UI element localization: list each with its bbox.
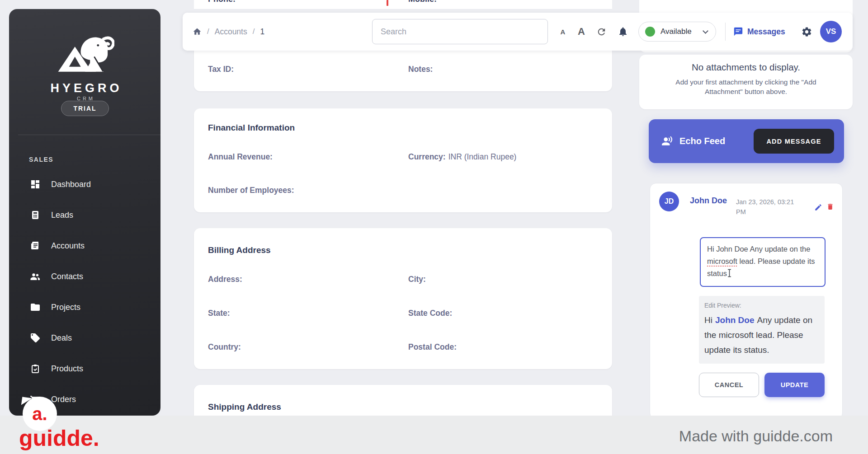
- sidebar-section-sales: SALES: [29, 156, 53, 163]
- currency-value: INR (Indian Rupee): [448, 152, 517, 161]
- font-size-decrease-button[interactable]: A: [555, 13, 571, 51]
- accounts-icon: [30, 240, 41, 251]
- postal-code-label: Postal Code:: [408, 342, 457, 352]
- update-button[interactable]: UPDATE: [764, 373, 825, 397]
- contacts-icon: [30, 271, 41, 282]
- availability-status-dropdown[interactable]: Available: [638, 22, 716, 42]
- delete-message-icon[interactable]: [826, 203, 834, 211]
- edit-message-icon[interactable]: [814, 203, 822, 211]
- brand-name: HYEGRO: [9, 81, 160, 95]
- refresh-button[interactable]: [592, 13, 610, 51]
- misspelled-word: microsoft: [707, 257, 737, 265]
- sidebar-item-contacts[interactable]: Contacts: [9, 261, 160, 292]
- annual-revenue-label: Annual Revenue:: [208, 152, 273, 162]
- products-icon: [30, 363, 41, 374]
- currency-label: Currency:: [408, 152, 446, 161]
- deals-icon: [30, 332, 41, 343]
- financial-information-card: Financial Information Annual Revenue: Cu…: [194, 108, 612, 212]
- trial-badge: TRIAL: [61, 101, 109, 116]
- breadcrumb-separator: /: [253, 27, 255, 36]
- editor-text: Hi John Doe Any update on the: [707, 245, 810, 253]
- sidebar-menu: Dashboard Leads Accounts Contacts Projec…: [9, 169, 160, 415]
- made-with-guidde-label: Made with guidde.com: [679, 427, 833, 445]
- bell-icon: [618, 26, 628, 37]
- echo-feed-title: Echo Feed: [679, 136, 725, 146]
- currency-field: Currency:INR (Indian Rupee): [408, 152, 516, 162]
- edit-preview-text: HiJohn DoeAny update on the microsoft le…: [704, 313, 819, 357]
- message-timestamp: Jan 23, 2026, 03:21 PM: [736, 197, 805, 217]
- sidebar-item-dashboard[interactable]: Dashboard: [9, 169, 160, 200]
- address-label: Address:: [208, 275, 242, 284]
- user-avatar[interactable]: VS: [820, 21, 842, 42]
- breadcrumb: / Accounts / 1: [193, 13, 264, 51]
- state-code-label: State Code:: [408, 309, 452, 318]
- echo-feed-header-card: Echo Feed ADD MESSAGE: [649, 119, 844, 163]
- no-attachments-subtitle: Add your first attachment by clicking th…: [656, 77, 835, 96]
- no-attachments-title: No attachments to display.: [639, 62, 853, 73]
- sidebar: HYEGRO CRM TRIAL SALES Dashboard Leads A…: [9, 9, 160, 416]
- tax-id-label: Tax ID:: [208, 65, 234, 74]
- author-name: John Doe: [690, 193, 727, 208]
- mobile-label: Mobile:: [408, 0, 437, 4]
- attachments-empty-state-card: No attachments to display. Add your firs…: [639, 55, 853, 109]
- cancel-button[interactable]: CANCEL: [699, 373, 759, 397]
- breadcrumb-accounts-link[interactable]: Accounts: [215, 27, 247, 37]
- chat-icon: [733, 27, 743, 37]
- edit-preview-label: Edit Preview:: [704, 302, 819, 309]
- sidebar-item-accounts[interactable]: Accounts: [9, 230, 160, 261]
- breadcrumb-separator: /: [207, 27, 209, 36]
- voice-feed-icon: [661, 136, 673, 147]
- sidebar-item-projects[interactable]: Projects: [9, 292, 160, 323]
- sidebar-item-leads[interactable]: Leads: [9, 200, 160, 230]
- add-message-button[interactable]: ADD MESSAGE: [754, 129, 834, 154]
- messages-label: Messages: [747, 27, 785, 37]
- echo-feed-title-group: Echo Feed: [661, 119, 725, 163]
- search-input[interactable]: [373, 19, 547, 44]
- city-label: City:: [408, 275, 426, 284]
- home-icon[interactable]: [193, 27, 202, 36]
- refresh-icon: [596, 27, 607, 37]
- status-label: Available: [660, 27, 692, 36]
- edit-preview-box: Edit Preview: HiJohn DoeAny update on th…: [699, 296, 825, 364]
- projects-icon: [30, 302, 41, 313]
- feed-message-card: JD John Doe Jan 23, 2026, 03:21 PM Hi Jo…: [650, 183, 843, 419]
- scrolled-contact-card-peek: Phone: Mobile:: [194, 0, 612, 9]
- leads-icon: [30, 210, 41, 220]
- sidebar-item-deals[interactable]: Deals: [9, 323, 160, 353]
- recording-cursor-tick: [387, 0, 388, 6]
- billing-address-title: Billing Address: [208, 245, 271, 255]
- dashboard-icon: [30, 179, 41, 190]
- status-green-dot: [645, 27, 655, 37]
- settings-button[interactable]: [797, 13, 816, 51]
- top-header-bar: / Accounts / 1 A A Available Messages VS: [183, 13, 853, 51]
- billing-address-card: Billing Address Address: City: State: St…: [194, 228, 612, 369]
- country-label: Country:: [208, 342, 241, 352]
- phone-label: Phone:: [208, 0, 236, 4]
- gear-icon: [801, 26, 812, 37]
- message-edit-textarea[interactable]: Hi John Doe Any update on the microsoft …: [700, 237, 826, 287]
- chevron-down-icon: [703, 28, 708, 34]
- header-divider: [725, 23, 726, 41]
- guidde-wordmark: guidde.: [19, 425, 99, 451]
- search-box: [372, 19, 548, 44]
- mention-link[interactable]: John Doe: [715, 315, 755, 325]
- breadcrumb-record-id: 1: [260, 27, 264, 37]
- text-cursor: [727, 269, 732, 277]
- shipping-address-title: Shipping Address: [208, 402, 281, 412]
- hyegro-elephant-logo: [56, 32, 114, 75]
- font-size-increase-button[interactable]: A: [573, 13, 590, 51]
- notifications-button[interactable]: [613, 13, 633, 51]
- sidebar-item-products[interactable]: Products: [9, 353, 160, 384]
- messages-button[interactable]: Messages: [733, 13, 785, 51]
- financial-information-title: Financial Information: [208, 123, 295, 133]
- sidebar-divider: [18, 135, 160, 135]
- author-avatar: JD: [659, 192, 679, 211]
- state-label: State:: [208, 309, 230, 318]
- employees-label: Number of Employees:: [208, 186, 294, 195]
- notes-label: Notes:: [408, 65, 433, 74]
